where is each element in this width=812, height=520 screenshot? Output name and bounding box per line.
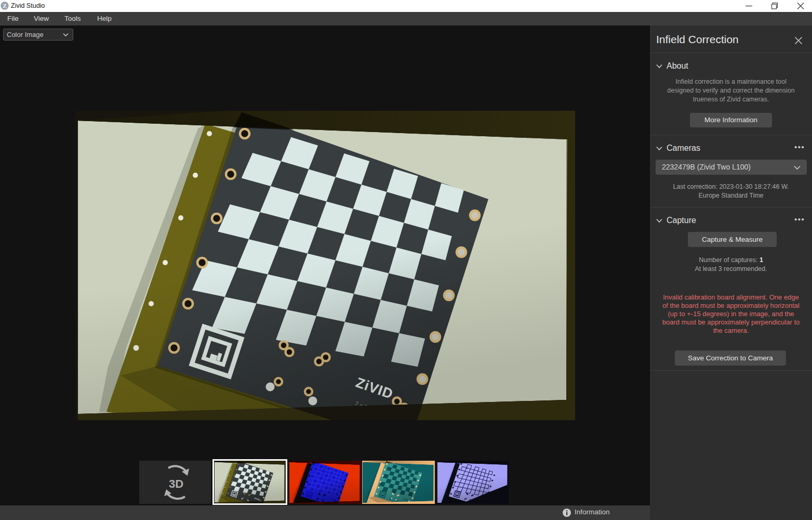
svg-text:3D: 3D — [169, 477, 183, 490]
svg-text:Z: Z — [3, 3, 7, 9]
